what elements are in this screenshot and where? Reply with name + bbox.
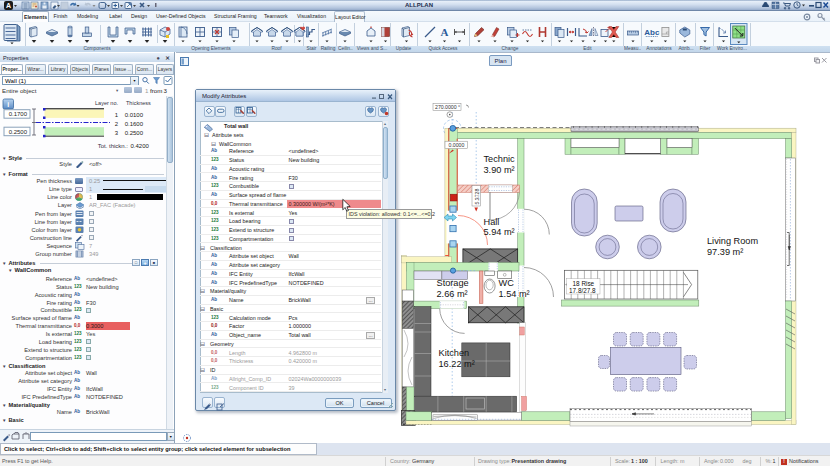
svg-text:3: 3 <box>115 130 119 136</box>
svg-text:0.2500: 0.2500 <box>125 130 144 136</box>
svg-text:Abc: Abc <box>644 28 660 37</box>
svg-text:97.39 m²: 97.39 m² <box>707 247 743 257</box>
svg-text:17.8/27.8: 17.8/27.8 <box>569 287 596 294</box>
svg-text:0.4200: 0.4200 <box>131 143 150 149</box>
svg-text:18 Rise: 18 Rise <box>573 280 595 287</box>
svg-text:0.0000: 0.0000 <box>449 142 465 148</box>
svg-text:Tot. thickn.:: Tot. thickn.: <box>98 143 129 149</box>
svg-text:0.1600: 0.1600 <box>125 121 144 127</box>
svg-text:0.1700: 0.1700 <box>9 111 28 117</box>
svg-text:A: A <box>441 26 449 38</box>
svg-text:Layer no.: Layer no. <box>95 100 118 106</box>
svg-text:5.94 m²: 5.94 m² <box>484 227 515 237</box>
svg-text:Thickness: Thickness <box>126 100 151 106</box>
svg-text:1: 1 <box>115 112 119 118</box>
svg-text:270.0000 °: 270.0000 ° <box>435 104 460 110</box>
svg-text:3.90 m²: 3.90 m² <box>484 165 515 175</box>
svg-text:1.54 m²: 1.54 m² <box>499 289 530 299</box>
svg-text:Storage: Storage <box>437 278 469 288</box>
svg-text:Hall: Hall <box>484 217 500 227</box>
svg-text:Technic: Technic <box>484 154 516 164</box>
svg-text:Living Room: Living Room <box>707 236 758 246</box>
svg-text:0.0100: 0.0100 <box>125 112 144 118</box>
svg-text:2: 2 <box>115 121 119 127</box>
svg-text:Kitchen: Kitchen <box>439 348 470 358</box>
svg-text:0.2500: 0.2500 <box>9 129 28 135</box>
svg-text:16.22 m²: 16.22 m² <box>439 359 475 369</box>
svg-text:i: i <box>7 101 9 108</box>
svg-text:5.3728: 5.3728 <box>474 189 480 205</box>
svg-text:WC: WC <box>499 278 515 288</box>
svg-text:2.66 m²: 2.66 m² <box>437 289 468 299</box>
